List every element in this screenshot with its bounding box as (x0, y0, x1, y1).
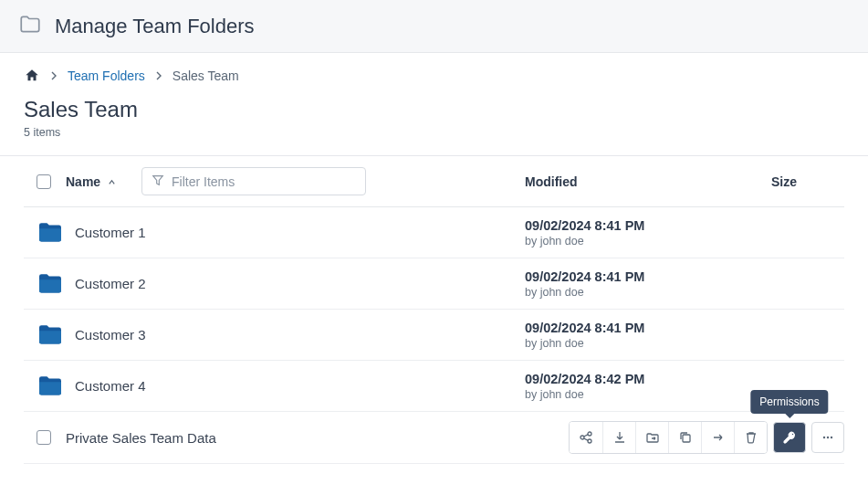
row-modified-date: 09/02/2024 8:41 PM (525, 321, 771, 335)
select-all-checkbox[interactable] (37, 174, 51, 189)
more-button[interactable] (811, 422, 844, 453)
folder-icon (37, 324, 64, 346)
row-name[interactable]: Private Sales Team Data (66, 430, 216, 446)
folder-icon (37, 375, 64, 397)
row-name[interactable]: Customer 4 (75, 378, 146, 394)
row-modified-date: 09/02/2024 8:41 PM (525, 218, 771, 233)
move-button[interactable] (635, 422, 668, 453)
sort-ascending-icon (108, 174, 116, 189)
row-modified-by: by john doe (525, 286, 771, 299)
app-title: Manage Team Folders (55, 15, 255, 38)
svg-point-1 (588, 432, 591, 436)
filter-input-wrap[interactable] (141, 167, 366, 195)
column-size[interactable]: Size (771, 174, 797, 189)
app-header: Manage Team Folders (0, 0, 868, 53)
row-name[interactable]: Customer 1 (75, 225, 146, 240)
row-action-bar: Permissions (569, 421, 844, 454)
row-modified-by: by john doe (525, 235, 771, 248)
column-modified[interactable]: Modified (525, 174, 578, 189)
svg-rect-3 (683, 435, 690, 442)
download-button[interactable] (602, 422, 635, 453)
row-modified-by: by john doe (525, 337, 771, 350)
table-row[interactable]: Customer 209/02/2024 8:41 PMby john doe (24, 258, 844, 310)
svg-point-2 (588, 439, 591, 443)
table-body: Customer 109/02/2024 8:41 PMby john doeC… (24, 207, 844, 412)
filter-icon (152, 174, 164, 189)
table-row[interactable]: Customer 109/02/2024 8:41 PMby john doe (24, 207, 844, 258)
folder-outline-icon (18, 13, 42, 39)
table-row[interactable]: Customer 309/02/2024 8:41 PMby john doe (24, 310, 844, 361)
item-count: 5 items (24, 126, 844, 139)
breadcrumb-link-team-folders[interactable]: Team Folders (68, 68, 145, 83)
copy-button[interactable] (668, 422, 701, 453)
table-header: Name Modified Size (24, 156, 844, 207)
table-row[interactable]: Private Sales Team Data (24, 412, 844, 464)
svg-point-6 (831, 437, 832, 438)
row-checkbox[interactable] (37, 430, 51, 445)
chevron-right-icon (154, 68, 163, 83)
row-modified-date: 09/02/2024 8:42 PM (525, 372, 771, 386)
breadcrumb: Team Folders Sales Team (24, 68, 844, 84)
filter-input[interactable] (172, 174, 356, 189)
svg-point-5 (827, 437, 829, 438)
breadcrumb-current: Sales Team (173, 68, 239, 83)
svg-point-0 (580, 436, 584, 439)
row-name[interactable]: Customer 2 (75, 276, 146, 291)
row-modified-date: 09/02/2024 8:41 PM (525, 269, 771, 284)
table-row[interactable]: Customer 409/02/2024 8:42 PMby john doe (24, 361, 844, 412)
svg-point-4 (823, 437, 825, 438)
chevron-right-icon (49, 68, 58, 83)
folder-icon (37, 273, 64, 295)
home-icon[interactable] (24, 68, 40, 84)
folder-icon (37, 222, 64, 244)
column-name[interactable]: Name (66, 174, 116, 189)
delete-button[interactable] (734, 422, 767, 453)
row-name[interactable]: Customer 3 (75, 327, 146, 342)
tooltip-permissions: Permissions (750, 390, 828, 414)
goto-button[interactable] (701, 422, 734, 453)
page-title: Sales Team (24, 97, 844, 122)
share-button[interactable] (570, 422, 602, 453)
action-group (569, 421, 768, 454)
row-modified-by: by john doe (525, 388, 771, 401)
column-name-label: Name (66, 174, 100, 189)
permissions-button[interactable]: Permissions (773, 422, 806, 453)
